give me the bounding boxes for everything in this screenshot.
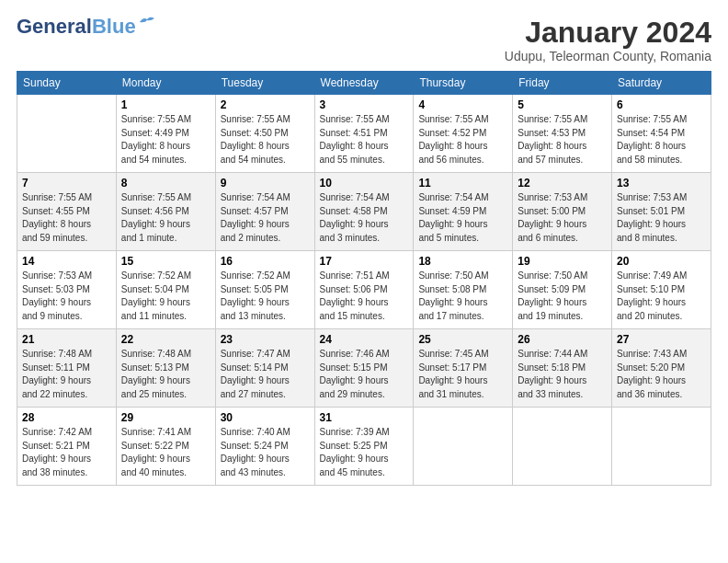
table-cell [612,408,711,486]
table-cell: 9Sunrise: 7:54 AMSunset: 4:57 PMDaylight… [215,173,314,251]
day-info-line: Sunrise: 7:52 AM [221,270,290,281]
day-info-line: Daylight: 9 hours [320,297,389,307]
table-cell: 20Sunrise: 7:49 AMSunset: 5:10 PMDayligh… [612,251,711,329]
day-info-line: Sunrise: 7:50 AM [418,270,488,281]
table-cell: 10Sunrise: 7:54 AMSunset: 4:58 PMDayligh… [314,173,414,251]
day-info-line: Sunset: 4:50 PM [221,128,289,138]
day-info-line: Daylight: 9 hours [121,454,190,464]
day-info: Sunrise: 7:55 AMSunset: 4:55 PMDaylight:… [22,191,111,245]
day-info-line: Sunset: 4:52 PM [418,128,486,138]
table-cell: 7Sunrise: 7:55 AMSunset: 4:55 PMDaylight… [17,173,117,251]
day-info: Sunrise: 7:51 AMSunset: 5:06 PMDaylight:… [320,270,409,323]
day-number: 30 [221,411,310,424]
day-info: Sunrise: 7:40 AMSunset: 5:24 PMDaylight:… [221,426,310,479]
day-info-line: Sunrise: 7:45 AM [418,349,488,359]
day-info: Sunrise: 7:46 AMSunset: 5:15 PMDaylight:… [320,348,409,401]
day-number: 1 [121,98,210,111]
day-info-line: Sunset: 5:22 PM [121,441,189,451]
location: Udupu, Teleorman County, Romania [505,49,711,63]
day-info-line: Sunrise: 7:55 AM [617,114,687,124]
table-cell: 14Sunrise: 7:53 AMSunset: 5:03 PMDayligh… [17,251,117,329]
table-cell: 25Sunrise: 7:45 AMSunset: 5:17 PMDayligh… [414,329,513,408]
table-cell: 26Sunrise: 7:44 AMSunset: 5:18 PMDayligh… [513,329,612,408]
day-info: Sunrise: 7:55 AMSunset: 4:53 PMDaylight:… [518,113,607,167]
day-info-line: and 8 minutes. [617,233,677,243]
day-info-line: Daylight: 9 hours [320,375,389,385]
day-number: 19 [518,255,607,268]
day-info-line: Sunset: 4:59 PM [418,206,486,216]
day-info-line: Sunset: 5:09 PM [518,284,586,294]
day-number: 18 [418,255,507,268]
table-cell: 21Sunrise: 7:48 AMSunset: 5:11 PMDayligh… [17,329,117,408]
day-info-line: Sunrise: 7:55 AM [221,114,290,124]
table-cell: 13Sunrise: 7:53 AMSunset: 5:01 PMDayligh… [612,173,711,251]
day-info-line: Daylight: 9 hours [418,297,487,307]
day-number: 27 [617,333,706,346]
day-number: 2 [221,98,310,111]
header-row: Sunday Monday Tuesday Wednesday Thursday… [17,72,711,95]
day-info-line: and 20 minutes. [617,311,682,321]
day-info-line: Sunset: 4:58 PM [320,206,388,216]
day-number: 26 [518,333,607,346]
day-info-line: and 25 minutes. [121,389,187,399]
day-info-line: Sunset: 5:15 PM [320,362,388,373]
col-wednesday: Wednesday [314,72,414,95]
day-info-line: Sunrise: 7:54 AM [320,192,390,202]
day-info-line: Daylight: 9 hours [320,219,389,229]
day-info-line: Sunset: 5:14 PM [221,362,289,373]
month-title: January 2024 [505,17,711,49]
day-number: 13 [617,177,706,190]
col-saturday: Saturday [612,72,711,95]
col-tuesday: Tuesday [215,72,314,95]
table-cell: 28Sunrise: 7:42 AMSunset: 5:21 PMDayligh… [17,408,117,486]
day-info-line: Daylight: 9 hours [617,297,686,307]
day-info-line: Sunrise: 7:52 AM [121,270,191,281]
day-info-line: Sunset: 5:08 PM [418,284,486,294]
table-cell: 19Sunrise: 7:50 AMSunset: 5:09 PMDayligh… [513,251,612,329]
day-info: Sunrise: 7:55 AMSunset: 4:52 PMDaylight:… [418,113,507,167]
day-info-line: Sunrise: 7:55 AM [121,192,191,202]
day-info-line: Sunset: 5:21 PM [22,441,90,451]
calendar-table: Sunday Monday Tuesday Wednesday Thursday… [17,71,711,486]
day-number: 8 [121,177,210,190]
day-info-line: Sunset: 4:56 PM [121,206,189,216]
week-row-3: 21Sunrise: 7:48 AMSunset: 5:11 PMDayligh… [17,329,711,408]
day-info: Sunrise: 7:55 AMSunset: 4:51 PMDaylight:… [320,113,409,167]
table-cell: 18Sunrise: 7:50 AMSunset: 5:08 PMDayligh… [414,251,513,329]
day-info-line: and 11 minutes. [121,311,187,321]
day-info: Sunrise: 7:54 AMSunset: 4:59 PMDaylight:… [418,191,507,245]
day-info-line: Sunrise: 7:41 AM [121,427,191,437]
day-info-line: Sunrise: 7:53 AM [518,192,587,202]
day-info: Sunrise: 7:52 AMSunset: 5:04 PMDaylight:… [121,270,210,323]
day-info-line: Daylight: 9 hours [221,375,290,385]
day-info-line: and 57 minutes. [518,155,583,165]
day-number: 20 [617,255,706,268]
day-info-line: Sunrise: 7:54 AM [418,192,488,202]
day-info: Sunrise: 7:55 AMSunset: 4:50 PMDaylight:… [221,113,310,167]
day-number: 14 [22,255,111,268]
day-info-line: Sunrise: 7:48 AM [22,349,92,359]
day-info-line: Sunrise: 7:55 AM [418,114,488,124]
day-info-line: and 45 minutes. [320,467,385,477]
day-info-line: Sunset: 4:49 PM [121,128,189,138]
day-info-line: and 29 minutes. [320,389,385,399]
day-info-line: Sunset: 5:04 PM [121,284,189,294]
day-info-line: Daylight: 9 hours [22,297,91,307]
day-number: 15 [121,255,210,268]
day-info-line: Sunset: 4:51 PM [320,128,388,138]
day-info-line: and 59 minutes. [22,233,87,243]
day-info: Sunrise: 7:52 AMSunset: 5:05 PMDaylight:… [221,270,310,323]
day-info-line: and 43 minutes. [221,467,286,477]
week-row-0: 1Sunrise: 7:55 AMSunset: 4:49 PMDaylight… [17,95,711,173]
table-cell: 5Sunrise: 7:55 AMSunset: 4:53 PMDaylight… [513,95,612,173]
day-info-line: Daylight: 9 hours [22,454,91,464]
day-number: 29 [121,411,210,424]
day-info-line: Sunrise: 7:53 AM [617,192,687,202]
day-number: 6 [617,98,706,111]
logo-bird-icon [138,15,158,31]
table-cell: 4Sunrise: 7:55 AMSunset: 4:52 PMDaylight… [414,95,513,173]
table-cell: 1Sunrise: 7:55 AMSunset: 4:49 PMDaylight… [116,95,215,173]
table-cell: 16Sunrise: 7:52 AMSunset: 5:05 PMDayligh… [215,251,314,329]
day-info-line: Sunrise: 7:42 AM [22,427,92,437]
col-monday: Monday [116,72,215,95]
